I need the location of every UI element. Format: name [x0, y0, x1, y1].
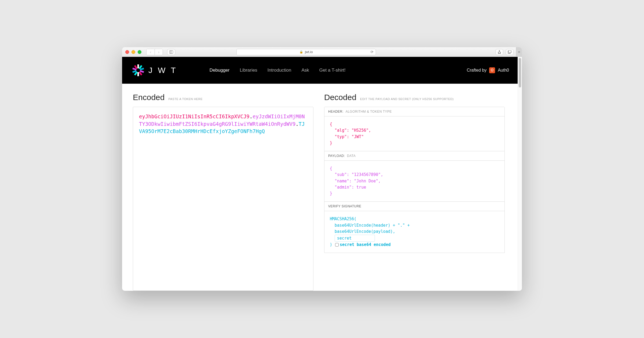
payload-section: PAYLOAD: DATA { "sub": "1234567890", "na…: [324, 151, 505, 202]
new-tab-button[interactable]: +: [516, 47, 522, 57]
svg-rect-1: [508, 50, 511, 53]
address-bar[interactable]: 🔒 jwt.io ⟳: [236, 49, 376, 55]
nav-ask[interactable]: Ask: [302, 68, 309, 73]
sig-line1: HMACSHA256(: [330, 216, 356, 221]
tabs-icon: [508, 50, 511, 54]
crafted-by[interactable]: Crafted by Auth0: [467, 67, 509, 73]
signature-section-head: VERIFY SIGNATURE: [324, 202, 504, 211]
crafted-label: Crafted by: [467, 68, 486, 73]
decoded-pane: Decoded EDIT THE PAYLOAD AND SECRET (ONL…: [324, 93, 505, 291]
signature-section-body: HMACSHA256( base64UrlEncode(header) + ".…: [324, 211, 504, 253]
payload-section-meta: DATA: [347, 154, 356, 158]
header-section-head: HEADER: ALGORITHM & TOKEN TYPE: [324, 107, 504, 116]
scrollbar-thumb[interactable]: [519, 58, 521, 87]
sig-line3: base64UrlEncode(payload),: [330, 229, 395, 234]
site-header: J W T Debugger Libraries Introduction As…: [122, 57, 522, 84]
header-section-meta: ALGORITHM & TOKEN TYPE: [346, 110, 392, 113]
header-section-body[interactable]: { "alg": "HS256", "typ": "JWT" }: [324, 116, 504, 151]
nav-tshirt[interactable]: Get a T-shirt!: [319, 68, 346, 73]
nav-libraries[interactable]: Libraries: [240, 68, 257, 73]
token-dot: .: [295, 121, 298, 127]
encoded-token-input[interactable]: eyJhbGciOiJIUzI1NiIsInR5cCI6IkpXVCJ9.eyJ…: [133, 107, 313, 291]
nav-arrows: ‹ ›: [146, 49, 163, 55]
forward-button[interactable]: ›: [155, 49, 163, 55]
decoded-title: Decoded: [324, 93, 356, 102]
decoded-subtitle: EDIT THE PAYLOAD AND SECRET (ONLY HS256 …: [360, 97, 454, 101]
secret-base64-checkbox[interactable]: [335, 243, 339, 247]
sig-close: ): [330, 242, 335, 247]
browser-window: ‹ › 🔒 jwt.io ⟳ +: [122, 47, 522, 291]
svg-rect-7: [137, 72, 139, 76]
sidebar-button[interactable]: [167, 49, 175, 55]
nav-introduction[interactable]: Introduction: [268, 68, 291, 73]
signature-section: VERIFY SIGNATURE HMACSHA256( base64UrlEn…: [324, 202, 505, 253]
encoded-pane: Encoded PASTE A TOKEN HERE eyJhbGciOiJIU…: [133, 93, 313, 291]
tabs-button[interactable]: [506, 49, 513, 55]
decoded-sections: HEADER: ALGORITHM & TOKEN TYPE { "alg": …: [324, 107, 505, 291]
sidebar-icon: [169, 50, 173, 54]
page-content: J W T Debugger Libraries Introduction As…: [122, 57, 522, 291]
token-header-segment: eyJhbGciOiJIUzI1NiIsInR5cCI6IkpXVCJ9: [139, 113, 250, 119]
sig-line2: base64UrlEncode(header) + "." +: [330, 223, 410, 228]
encoded-title-row: Encoded PASTE A TOKEN HERE: [133, 93, 313, 102]
close-icon[interactable]: [125, 50, 129, 54]
titlebar: ‹ › 🔒 jwt.io ⟳ +: [122, 47, 522, 57]
payload-section-head: PAYLOAD: DATA: [324, 151, 504, 161]
zoom-icon[interactable]: [138, 50, 141, 54]
encoded-subtitle: PASTE A TOKEN HERE: [168, 97, 203, 101]
scrollbar[interactable]: [518, 57, 522, 291]
header-section-label: HEADER:: [328, 110, 343, 113]
back-button[interactable]: ‹: [147, 49, 155, 55]
main-nav: Debugger Libraries Introduction Ask Get …: [210, 68, 346, 73]
lock-icon: 🔒: [299, 50, 303, 54]
secret-input[interactable]: [335, 235, 375, 242]
signature-section-label: VERIFY SIGNATURE: [328, 204, 361, 208]
nav-debugger[interactable]: Debugger: [210, 68, 230, 73]
auth0-icon: [489, 67, 495, 73]
url-host: jwt.io: [305, 50, 313, 54]
main: Encoded PASTE A TOKEN HERE eyJhbGciOiJIU…: [122, 84, 518, 291]
svg-rect-2: [137, 64, 139, 68]
crafted-brand: Auth0: [498, 68, 509, 73]
encoded-title: Encoded: [133, 93, 164, 102]
decoded-title-row: Decoded EDIT THE PAYLOAD AND SECRET (ONL…: [324, 93, 505, 102]
secret-base64-label: secret base64 encoded: [340, 242, 391, 247]
minimize-icon[interactable]: [131, 50, 135, 54]
share-button[interactable]: [496, 49, 503, 55]
window-controls: [125, 50, 141, 54]
payload-section-body[interactable]: { "sub": "1234567890", "name": "John Doe…: [324, 161, 504, 201]
logo[interactable]: J W T: [132, 64, 177, 77]
logo-icon: [132, 64, 145, 77]
payload-section-label: PAYLOAD:: [328, 154, 345, 158]
header-section: HEADER: ALGORITHM & TOKEN TYPE { "alg": …: [324, 107, 505, 151]
logo-text: J W T: [148, 66, 177, 75]
token-dot: .: [250, 113, 253, 119]
toolbar-right: +: [496, 47, 519, 57]
share-icon: [498, 50, 501, 54]
reload-icon[interactable]: ⟳: [371, 50, 374, 54]
